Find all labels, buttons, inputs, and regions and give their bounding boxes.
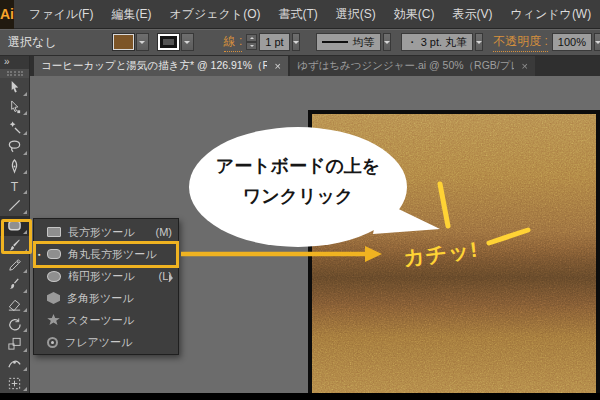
tool-type[interactable]: T (0, 176, 29, 196)
menu-view[interactable]: 表示(V) (443, 6, 501, 23)
illustrator-window: Ai ファイル(F)編集(E)オブジェクト(O)書式(T)選択(S)効果(C)表… (0, 0, 600, 400)
flyout-corner-icon (23, 328, 27, 332)
chevron-down-icon (184, 41, 190, 47)
flyout-item-flare-tool[interactable]: フレアツール (34, 331, 178, 353)
flare-tool-icon (47, 337, 58, 348)
rectangle-tool-icon (47, 227, 61, 237)
flyout-corner-icon (23, 308, 27, 312)
tool-highlight-box (1, 219, 32, 254)
menu-edit[interactable]: 編集(E) (102, 6, 160, 23)
control-bar: 選択なし 線 : 1 pt 均等 ・ 3 pt. 丸筆 不透明度 : 100% (0, 29, 600, 56)
stroke-dropdown-button[interactable] (181, 33, 194, 51)
flyout-corner-icon (23, 269, 27, 273)
stepper-down-icon[interactable] (246, 42, 257, 50)
chevron-down-icon (595, 41, 600, 47)
flyout-item-star-tool[interactable]: スターツール (34, 309, 178, 331)
flyout-corner-icon (23, 387, 27, 391)
flyout-item-ellipse-tool[interactable]: 楕円形ツール(L) (34, 265, 178, 287)
chevron-down-icon (476, 41, 482, 47)
tab-title: ゆずはちみつジンジャー.ai @ 50%（RGB/プレビュー） (297, 59, 514, 73)
window-bottom-edge (0, 393, 600, 400)
flyout-corner-icon (23, 151, 27, 155)
stroke-proxy-icon (160, 36, 177, 48)
tab-close-icon[interactable]: × (522, 60, 528, 72)
flyout-item-shortcut: (M) (156, 226, 173, 238)
tab-title: コーヒーカップと湯気の描き方* @ 126.91%（RGB/プレビュー） (41, 59, 267, 73)
tool-blob-brush[interactable] (0, 275, 29, 295)
flyout-corner-icon (23, 190, 27, 194)
texture-noise (312, 114, 596, 396)
stroke-style-dropdown-button[interactable] (383, 33, 391, 51)
flyout-item-rectangle-tool[interactable]: 長方形ツール(M) (34, 221, 178, 243)
document-tab-active[interactable]: コーヒーカップと湯気の描き方* @ 126.91%（RGB/プレビュー） × (34, 56, 288, 76)
flyout-corner-icon (23, 170, 27, 174)
opacity-dropdown-button[interactable] (594, 33, 600, 51)
flyout-item-label: 長方形ツール (68, 225, 135, 240)
stroke-width-stepper[interactable] (246, 34, 257, 50)
tool-direct-selection[interactable] (0, 98, 29, 118)
polygon-tool-icon (47, 292, 60, 304)
menu-object[interactable]: オブジェクト(O) (160, 6, 269, 23)
menu-item-highlight-box (33, 241, 179, 268)
flyout-item-label: フレアツール (65, 335, 132, 350)
flyout-item-label: 多角形ツール (67, 291, 134, 306)
stroke-width-input[interactable]: 1 pt (259, 33, 289, 51)
artboard[interactable] (308, 110, 600, 400)
menu-type[interactable]: 書式(T) (269, 6, 326, 23)
flyout-corner-icon (23, 92, 27, 96)
menu-bar: Ai ファイル(F)編集(E)オブジェクト(O)書式(T)選択(S)効果(C)表… (0, 0, 600, 29)
flyout-item-polygon-tool[interactable]: 多角形ツール (34, 287, 178, 309)
flyout-corner-icon (23, 348, 27, 352)
tool-width[interactable] (0, 354, 29, 374)
tool-line-segment[interactable] (0, 196, 29, 216)
stroke-style-select[interactable]: 均等 (316, 33, 381, 51)
menu-items: ファイル(F)編集(E)オブジェクト(O)書式(T)選択(S)効果(C)表示(V… (20, 6, 600, 23)
selection-status: 選択なし (8, 34, 57, 51)
tool-selection[interactable] (0, 78, 29, 98)
app-logo-icon: Ai (0, 0, 14, 29)
flyout-corner-icon (23, 111, 27, 115)
star-tool-icon (47, 314, 60, 326)
document-tab-bar: コーヒーカップと湯気の描き方* @ 126.91%（RGB/プレビュー） × ゆ… (0, 56, 600, 76)
ellipse-tool-icon (47, 271, 61, 282)
flyout-item-label: 楕円形ツール (68, 269, 135, 284)
brush-definition-select[interactable]: ・ 3 pt. 丸筆 (401, 33, 474, 51)
opacity-panel-link[interactable]: 不透明度 : (493, 33, 548, 52)
menu-effect[interactable]: 効果(C) (385, 6, 444, 23)
tool-pen[interactable] (0, 157, 29, 177)
svg-text:T: T (11, 180, 19, 194)
stroke-width-dropdown-button[interactable] (292, 33, 300, 51)
tool-pencil[interactable] (0, 255, 29, 275)
tool-magic-wand[interactable] (0, 117, 29, 137)
stepper-up-icon[interactable] (246, 34, 257, 42)
fill-dropdown-button[interactable] (136, 33, 149, 51)
brush-dropdown-button[interactable] (475, 33, 483, 51)
chevron-down-icon (384, 41, 390, 47)
flyout-corner-icon (23, 210, 27, 214)
stroke-preview-icon (322, 41, 348, 43)
stroke-panel-link[interactable]: 線 : (224, 33, 243, 52)
flyout-corner-icon (23, 131, 27, 135)
tools-collapse-button[interactable]: » (0, 56, 29, 69)
fill-color-swatch[interactable] (113, 34, 134, 50)
opacity-input[interactable]: 100% (552, 33, 592, 51)
tools-grip-icon[interactable] (0, 69, 29, 78)
menu-window[interactable]: ウィンドウ(W) (501, 6, 600, 23)
tool-scale[interactable] (0, 334, 29, 354)
menu-file[interactable]: ファイル(F) (20, 6, 102, 23)
tool-eraser[interactable] (0, 295, 29, 315)
tool-lasso[interactable] (0, 137, 29, 157)
chevron-down-icon (293, 41, 299, 47)
tearoff-arrow-icon (169, 274, 177, 282)
tab-close-icon[interactable]: × (275, 60, 281, 72)
document-tab-inactive[interactable]: ゆずはちみつジンジャー.ai @ 50%（RGB/プレビュー） × (290, 56, 535, 76)
flyout-corner-icon (23, 289, 27, 293)
menu-select[interactable]: 選択(S) (327, 6, 385, 23)
shape-tools-flyout-menu: 長方形ツール(M)▪角丸長方形ツール楕円形ツール(L)多角形ツールスターツールフ… (33, 218, 179, 355)
chevron-down-icon (139, 41, 145, 47)
stroke-color-swatch[interactable] (158, 34, 179, 50)
tool-rotate[interactable] (0, 314, 29, 334)
flyout-item-label: スターツール (67, 313, 134, 328)
tool-free-transform[interactable] (0, 373, 29, 393)
flyout-corner-icon (23, 367, 27, 371)
